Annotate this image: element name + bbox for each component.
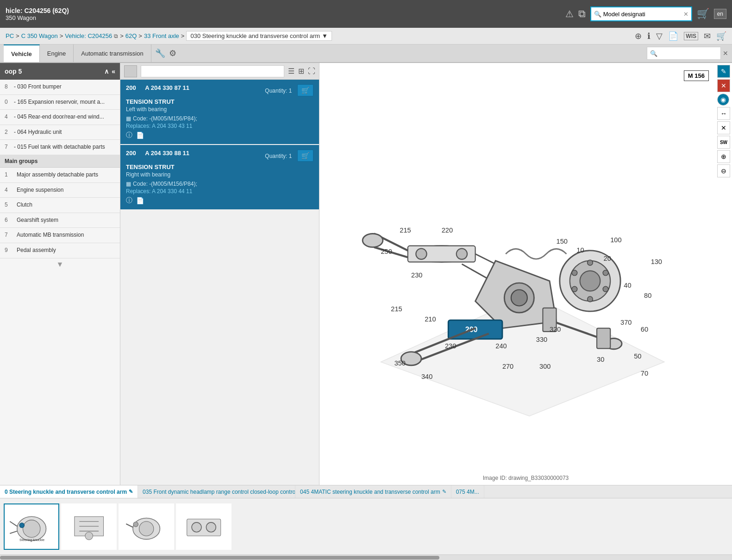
bottom-thumbnails-strip: 0 Steering knuckle and transverse contro… bbox=[0, 485, 732, 554]
tab-vehicle[interactable]: Vehicle bbox=[4, 44, 40, 62]
cart-icon[interactable]: 🛒 bbox=[716, 31, 726, 41]
breadcrumb-vehicle[interactable]: Vehicle: C204256 bbox=[65, 32, 112, 39]
image-zoom-minus-btn[interactable]: ⊖ bbox=[717, 164, 730, 177]
sidebar-close-icon[interactable]: « bbox=[112, 68, 115, 75]
thumbnail-035[interactable] bbox=[61, 503, 117, 550]
sidebar-main-item-clutch[interactable]: 5 Clutch bbox=[0, 198, 120, 213]
thumb-label-075[interactable]: 075 4M... bbox=[451, 485, 484, 498]
svg-rect-31 bbox=[597, 328, 610, 348]
part-1-doc-icon[interactable]: 📄 bbox=[136, 132, 144, 139]
clear-search-icon[interactable]: ✕ bbox=[683, 11, 688, 18]
svg-point-22 bbox=[587, 260, 593, 265]
warning-icon[interactable]: ⚠ bbox=[565, 8, 574, 19]
svg-point-59 bbox=[23, 520, 40, 538]
settings-icon[interactable]: ⚙ bbox=[169, 48, 176, 58]
header-search-input[interactable] bbox=[603, 11, 683, 18]
thumbnail-030[interactable]: Steering knuckle bbox=[4, 503, 59, 550]
sidebar-main-item-pedal-assembly[interactable]: 9 Pedal assembly bbox=[0, 243, 120, 258]
svg-point-62 bbox=[19, 523, 24, 528]
part-1-add-to-cart-btn[interactable]: 🛒 bbox=[297, 84, 313, 96]
svg-point-74 bbox=[192, 522, 201, 532]
image-close-btn[interactable]: ✕ bbox=[717, 79, 730, 92]
part-1-info-icon[interactable]: ⓘ bbox=[126, 131, 132, 139]
image-id-label: Image ID: drawing_B33030000073 bbox=[483, 475, 569, 481]
sidebar-item-015-fuel-tank[interactable]: 7 - 015 Fuel tank with detachable parts bbox=[0, 140, 120, 155]
thumbnail-045[interactable] bbox=[119, 503, 174, 550]
sidebar-item-045-rear-end[interactable]: 4 - 045 Rear-end door/rear-end wind... bbox=[0, 110, 120, 125]
header-search-box[interactable]: 🔍 ✕ bbox=[590, 6, 692, 21]
svg-line-71 bbox=[126, 524, 133, 527]
svg-text:340: 340 bbox=[421, 372, 432, 380]
copy-icon[interactable]: ⧉ bbox=[578, 8, 586, 20]
document-icon[interactable]: 📄 bbox=[668, 31, 678, 41]
breadcrumb-pc[interactable]: PC bbox=[6, 32, 14, 39]
thumb-edit-icon-2[interactable]: ✎ bbox=[442, 489, 446, 495]
svg-text:130: 130 bbox=[651, 258, 662, 265]
tab-vehicle-label: Vehicle bbox=[11, 50, 32, 57]
thumbnail-075[interactable] bbox=[176, 503, 231, 550]
part-1-article: A 204 330 87 11 bbox=[145, 84, 189, 91]
info-icon[interactable]: ℹ bbox=[647, 31, 651, 41]
image-sidebar-btn[interactable]: ◉ bbox=[717, 94, 729, 106]
sidebar-main-item-engine-suspension[interactable]: 4 Engine suspension bbox=[0, 183, 120, 198]
horizontal-scrollbar[interactable] bbox=[0, 554, 732, 560]
tab-search-clear-btn[interactable]: ✕ bbox=[723, 50, 728, 57]
sidebar-main-item-major-assembly[interactable]: 1 Major assembly detachable parts bbox=[0, 168, 120, 183]
svg-point-24 bbox=[603, 286, 608, 292]
thumb-label-035[interactable]: 035 Front dynamic headlamp range control… bbox=[138, 485, 295, 498]
breadcrumb-62q[interactable]: 62Q bbox=[125, 32, 137, 39]
part-2-replaces[interactable]: Replaces: A 204 330 44 11 bbox=[126, 188, 313, 195]
part-2-info-icon[interactable]: ⓘ bbox=[126, 196, 132, 205]
grid-view-btn[interactable]: ⊞ bbox=[298, 67, 304, 76]
svg-point-3 bbox=[416, 248, 426, 259]
tab-search-area: 🔍 ✕ bbox=[647, 47, 728, 60]
thumb-edit-icon-0[interactable]: ✎ bbox=[129, 489, 133, 495]
list-view-btn[interactable]: ☰ bbox=[288, 67, 294, 76]
thumb-label-030[interactable]: 0 Steering knuckle and transverse contro… bbox=[0, 485, 138, 498]
sidebar-collapse-icon[interactable]: ∧ bbox=[104, 68, 109, 75]
cart-with-plus-icon[interactable]: 🛒 bbox=[697, 8, 709, 20]
sidebar-scroll-indicator[interactable]: ▼ bbox=[56, 260, 64, 269]
vehicle-copy-icon[interactable]: ⧉ bbox=[114, 33, 118, 39]
sidebar-item-064-hydraulic[interactable]: 2 - 064 Hydraulic unit bbox=[0, 125, 120, 140]
parts-diagram-svg: 200 bbox=[340, 84, 712, 464]
tab-search-icon: 🔍 bbox=[650, 50, 657, 57]
breadcrumb-tools: ⊕ ℹ ▽ 📄 WIS ✉ 🛒 bbox=[635, 31, 726, 41]
tab-engine[interactable]: Engine bbox=[40, 44, 74, 62]
svg-point-27 bbox=[572, 270, 577, 276]
tab-automatic-transmission[interactable]: Automatic transmission bbox=[74, 44, 151, 62]
part-2-add-to-cart-btn[interactable]: 🛒 bbox=[297, 150, 313, 162]
breadcrumb-33frontaxle[interactable]: 33 Front axle bbox=[144, 32, 179, 39]
svg-text:40: 40 bbox=[624, 282, 631, 289]
svg-point-70 bbox=[139, 522, 153, 536]
breadcrumb-dropdown-icon[interactable]: ▼ bbox=[322, 32, 328, 39]
image-edit-btn[interactable]: ✎ bbox=[717, 65, 730, 78]
image-cross-btn[interactable]: ✕ bbox=[717, 121, 730, 134]
filter-icon[interactable]: ▽ bbox=[656, 31, 663, 41]
sidebar-item-165-expansion[interactable]: 0 - 165 Expansion reservoir, mount a... bbox=[0, 95, 120, 110]
svg-point-23 bbox=[603, 270, 608, 276]
tab-search-input[interactable] bbox=[659, 50, 719, 57]
part-2-doc-icon[interactable]: 📄 bbox=[136, 197, 144, 204]
email-icon[interactable]: ✉ bbox=[704, 31, 711, 41]
tab-search-box[interactable]: 🔍 bbox=[647, 47, 721, 60]
breadcrumb-c350wagon[interactable]: C 350 Wagon bbox=[21, 32, 58, 39]
part-1-replaces[interactable]: Replaces: A 204 330 43 11 bbox=[126, 123, 313, 129]
wis-icon[interactable]: WIS bbox=[684, 32, 698, 40]
sidebar-main-item-gearshift[interactable]: 6 Gearshift system bbox=[0, 213, 120, 228]
language-badge[interactable]: en bbox=[714, 9, 726, 19]
sidebar-main-item-auto-mb-transmission[interactable]: 7 Automatic MB transmission bbox=[0, 228, 120, 243]
expand-btn[interactable]: ⛶ bbox=[308, 67, 315, 76]
image-zoom-plus-btn[interactable]: ⊕ bbox=[717, 150, 730, 163]
image-sw-btn[interactable]: SW bbox=[717, 136, 730, 149]
svg-text:230: 230 bbox=[445, 342, 456, 350]
image-rotate-btn[interactable]: ↔ bbox=[717, 107, 730, 120]
scrollbar-thumb[interactable] bbox=[0, 556, 439, 560]
breadcrumb-current-item[interactable]: 030 Steering knuckle and transverse cont… bbox=[186, 31, 332, 41]
svg-text:60: 60 bbox=[640, 325, 648, 333]
wrench-icon[interactable]: 🔧 bbox=[155, 48, 165, 58]
parts-filter-input[interactable] bbox=[141, 65, 284, 77]
thumb-label-045[interactable]: 045 4MATIC steering knuckle and transver… bbox=[295, 485, 451, 498]
zoom-in-icon[interactable]: ⊕ bbox=[635, 31, 642, 41]
sidebar-item-030-front-bumper[interactable]: 8 - 030 Front bumper bbox=[0, 80, 120, 95]
